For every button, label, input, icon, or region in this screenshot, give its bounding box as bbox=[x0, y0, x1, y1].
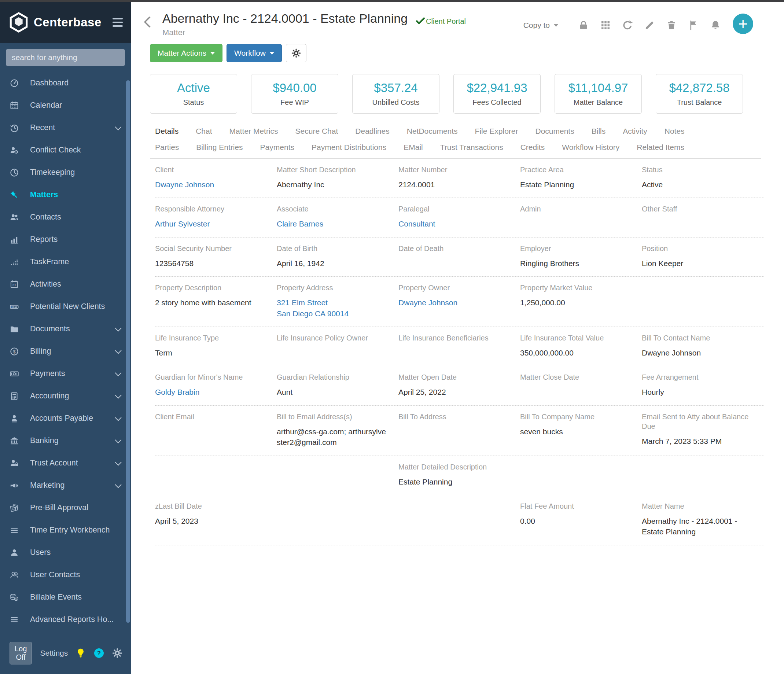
field-value-link[interactable]: Dwayne Johnson bbox=[398, 297, 509, 308]
tab-trust-transactions[interactable]: Trust Transactions bbox=[440, 143, 503, 152]
sidebar-item-contacts[interactable]: Contacts bbox=[0, 206, 131, 228]
field-value-link[interactable]: Arthur Sylvester bbox=[155, 218, 266, 229]
tab-matter-metrics[interactable]: Matter Metrics bbox=[229, 127, 278, 135]
card-value: $22,941.93 bbox=[467, 81, 527, 95]
notifications-icon[interactable] bbox=[710, 20, 721, 31]
sidebar-item-taskframe[interactable]: TaskFrame bbox=[0, 251, 131, 273]
workflow-button[interactable]: Workflow bbox=[227, 44, 282, 62]
field-matter-open-date: Matter Open DateApril 25, 2022 bbox=[398, 372, 520, 397]
sidebar-item-marketing[interactable]: Marketing bbox=[0, 474, 131, 497]
sidebar-item-advanced-reports-ho[interactable]: Advanced Reports Ho... bbox=[0, 609, 131, 631]
sidebar-item-label: Accounts Payable bbox=[30, 414, 93, 423]
sidebar-item-payments[interactable]: Payments bbox=[0, 363, 131, 385]
edit-icon[interactable] bbox=[644, 20, 655, 31]
delete-icon[interactable] bbox=[666, 20, 677, 31]
sidebar-item-documents[interactable]: Documents bbox=[0, 318, 131, 340]
field-label: Client Email bbox=[155, 412, 265, 422]
tab-credits[interactable]: Credits bbox=[521, 143, 545, 152]
sidebar-item-matters[interactable]: Matters bbox=[0, 184, 131, 206]
tab-notes[interactable]: Notes bbox=[664, 127, 684, 135]
settings-link[interactable]: Settings bbox=[40, 649, 68, 657]
sidebar-collapse-icon[interactable] bbox=[112, 18, 123, 27]
gear-icon[interactable] bbox=[112, 648, 123, 658]
tab-row-2: PartiesBilling EntriesPaymentsPayment Di… bbox=[155, 143, 784, 152]
field-date-of-death: Date of Death bbox=[398, 244, 520, 269]
sidebar-scrollbar-thumb[interactable] bbox=[126, 80, 130, 623]
field-value-line[interactable]: 321 Elm Street bbox=[277, 297, 387, 308]
tab-payment-distributions[interactable]: Payment Distributions bbox=[311, 143, 386, 152]
copy-to-dropdown[interactable]: Copy to bbox=[523, 21, 558, 30]
tab-parties[interactable]: Parties bbox=[155, 143, 179, 152]
chevron-down-icon bbox=[115, 369, 121, 376]
sidebar-item-dashboard[interactable]: Dashboard bbox=[0, 72, 131, 94]
sidebar-item-accounting[interactable]: Accounting bbox=[0, 385, 131, 407]
field-value-link[interactable]: Goldy Brabin bbox=[155, 387, 266, 397]
page-settings-button[interactable] bbox=[286, 44, 306, 62]
chevron-down-icon bbox=[115, 123, 121, 130]
tab-activity[interactable]: Activity bbox=[623, 127, 647, 135]
grid-icon[interactable] bbox=[600, 20, 611, 31]
tab-secure-chat[interactable]: Secure Chat bbox=[296, 127, 338, 135]
field-value-line[interactable]: San Diego CA 90014 bbox=[277, 308, 387, 319]
matter-actions-button[interactable]: Matter Actions bbox=[150, 44, 222, 62]
sidebar-item-billing[interactable]: $Billing bbox=[0, 340, 131, 363]
sidebar-item-trust-account[interactable]: Trust Account bbox=[0, 452, 131, 474]
sidebar-item-billable-events[interactable]: $Billable Events bbox=[0, 586, 131, 609]
tab-documents[interactable]: Documents bbox=[535, 127, 574, 135]
field-life-insurance-total-value: Life Insurance Total Value350,000,000.00 bbox=[520, 333, 642, 358]
tab-billing-entries[interactable]: Billing Entries bbox=[196, 143, 243, 152]
summary-card-trust-balance: $42,872.58Trust Balance bbox=[656, 74, 743, 114]
flag-icon[interactable] bbox=[688, 20, 699, 31]
sidebar-item-label: Dashboard bbox=[30, 78, 68, 87]
field-client: ClientDwayne Johnson bbox=[155, 165, 277, 190]
add-button[interactable]: + bbox=[733, 14, 753, 34]
sidebar-item-potential-new-clients[interactable]: NEWPotential New Clients bbox=[0, 296, 131, 318]
field-value-link[interactable]: Claire Barnes bbox=[277, 218, 387, 229]
sidebar-item-conflict-check[interactable]: Conflict Check bbox=[0, 139, 131, 161]
sidebar-item-banking[interactable]: Banking bbox=[0, 430, 131, 452]
sidebar-item-recent[interactable]: Recent bbox=[0, 117, 131, 139]
sidebar-item-label: Billable Events bbox=[30, 593, 82, 602]
refresh-icon[interactable] bbox=[622, 20, 633, 31]
sidebar-item-time-entry-workbench[interactable]: Time Entry Workbench bbox=[0, 519, 131, 541]
sidebar-item-user-contacts[interactable]: User Contacts bbox=[0, 563, 131, 586]
app-root: Centerbase DashboardCalendarRecentConfli… bbox=[0, 2, 784, 674]
lock-icon[interactable] bbox=[578, 20, 589, 31]
pre-bill-approval-icon bbox=[9, 503, 21, 513]
detail-row: Life Insurance TypeTermLife Insurance Po… bbox=[155, 327, 764, 366]
sidebar-item-accounts-payable[interactable]: Accounts Payable bbox=[0, 407, 131, 430]
chevron-down-icon bbox=[115, 325, 121, 331]
tab-details[interactable]: Details bbox=[155, 127, 179, 135]
sidebar-item-users[interactable]: Users bbox=[0, 541, 131, 563]
taskframe-icon bbox=[9, 257, 21, 267]
tab-netdocuments[interactable]: NetDocuments bbox=[407, 127, 458, 135]
field-label: Fee Arrangement bbox=[642, 372, 752, 382]
accounting-icon bbox=[9, 391, 21, 401]
help-icon[interactable]: ? bbox=[93, 648, 104, 658]
sidebar-item-pre-bill-approval[interactable]: Pre-Bill Approval bbox=[0, 497, 131, 519]
field-property-address: Property Address321 Elm StreetSan Diego … bbox=[277, 283, 398, 319]
client-portal-link[interactable]: Client Portal bbox=[415, 17, 466, 26]
tab-payments[interactable]: Payments bbox=[260, 143, 294, 152]
bulb-icon[interactable] bbox=[75, 648, 86, 658]
sidebar-item-reports[interactable]: Reports bbox=[0, 228, 131, 251]
tab-related-items[interactable]: Related Items bbox=[637, 143, 684, 152]
field-value-link[interactable]: Consultant bbox=[398, 218, 509, 229]
back-chevron-icon[interactable] bbox=[144, 16, 155, 28]
tab-chat[interactable]: Chat bbox=[196, 127, 212, 135]
billable-events-icon: $ bbox=[9, 593, 21, 602]
field-empty bbox=[277, 462, 398, 487]
sidebar-item-activities[interactable]: 31Activities bbox=[0, 273, 131, 296]
tab-email[interactable]: EMail bbox=[404, 143, 423, 152]
tab-bills[interactable]: Bills bbox=[591, 127, 606, 135]
tab-file-explorer[interactable]: File Explorer bbox=[475, 127, 518, 135]
card-value: $357.24 bbox=[374, 81, 417, 95]
search-input[interactable] bbox=[6, 49, 125, 66]
sidebar-item-timekeeping[interactable]: Timekeeping bbox=[0, 161, 131, 184]
sidebar-item-calendar[interactable]: Calendar bbox=[0, 94, 131, 117]
field-value-link[interactable]: Dwayne Johnson bbox=[155, 179, 266, 190]
tab-workflow-history[interactable]: Workflow History bbox=[562, 143, 619, 152]
tab-deadlines[interactable]: Deadlines bbox=[355, 127, 389, 135]
field-value-link[interactable]: 321 Elm StreetSan Diego CA 90014 bbox=[277, 297, 387, 319]
log-off-button[interactable]: Log Off bbox=[9, 642, 32, 665]
